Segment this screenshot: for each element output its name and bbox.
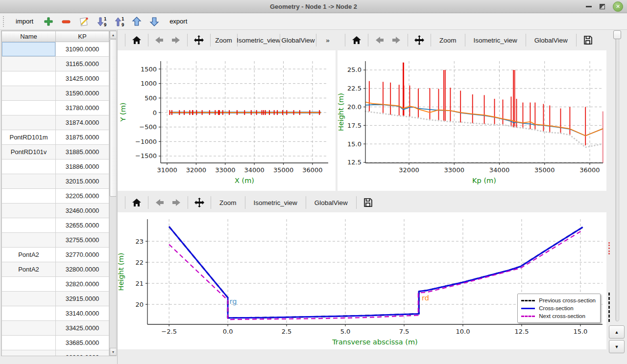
name-cell[interactable] bbox=[1, 57, 56, 71]
table-row[interactable]: 32755.0000 bbox=[1, 233, 109, 248]
kp-cell[interactable]: 32460.0000 bbox=[56, 204, 109, 218]
name-cell[interactable] bbox=[1, 233, 56, 248]
window-scrollbar-track[interactable] bbox=[615, 31, 619, 321]
name-cell[interactable]: PontRD101m bbox=[1, 130, 56, 145]
kp-cell[interactable]: 33685.0000 bbox=[56, 336, 109, 350]
kp-cell[interactable]: 32820.0000 bbox=[56, 277, 109, 292]
restore-button[interactable] bbox=[600, 4, 605, 9]
pan-button[interactable] bbox=[192, 195, 207, 210]
kp-cell[interactable]: 31886.0000 bbox=[56, 159, 109, 174]
kp-cell[interactable]: 31874.0000 bbox=[56, 115, 109, 130]
name-cell[interactable] bbox=[1, 86, 56, 101]
back-button[interactable] bbox=[372, 33, 387, 47]
table-row[interactable]: 32460.0000 bbox=[1, 204, 109, 218]
scroll-down-arrow-icon[interactable]: ▼ bbox=[110, 348, 117, 356]
name-cell[interactable] bbox=[1, 115, 56, 130]
move-down-button[interactable] bbox=[147, 15, 162, 28]
kp-cell[interactable]: 32015.0000 bbox=[56, 174, 109, 189]
sort-ascending-button[interactable]: 1 9 bbox=[112, 15, 126, 28]
remove-row-button[interactable] bbox=[59, 15, 73, 28]
name-cell[interactable] bbox=[1, 159, 56, 174]
name-cell[interactable]: PontA2 bbox=[1, 248, 56, 262]
forward-button[interactable] bbox=[168, 33, 184, 47]
kp-cell[interactable]: 33140.0000 bbox=[56, 306, 109, 321]
isometric-view-button[interactable]: Isometric_view bbox=[469, 33, 522, 47]
kp-cell[interactable]: 32800.0000 bbox=[56, 262, 109, 277]
table-row[interactable]: PontA232770.0000 bbox=[1, 248, 109, 262]
kp-cell[interactable]: 31425.0000 bbox=[56, 71, 109, 86]
zoom-button[interactable]: Zoom bbox=[215, 195, 241, 210]
save-button[interactable] bbox=[360, 195, 376, 210]
cross-section-chart[interactable]: −2.50.02.55.07.510.012.515.023222120Tran… bbox=[118, 212, 606, 349]
back-button[interactable] bbox=[151, 33, 167, 47]
global-view-button[interactable]: GlobalView bbox=[310, 195, 353, 210]
table-row[interactable]: 33425.0000 bbox=[1, 321, 109, 336]
forward-button[interactable] bbox=[388, 33, 404, 47]
kp-cell[interactable]: 31875.0000 bbox=[56, 130, 109, 145]
kp-cell[interactable]: 32915.0000 bbox=[56, 292, 109, 306]
scroll-up-button[interactable]: ▲ bbox=[609, 325, 625, 339]
zoom-button[interactable]: Zoom bbox=[434, 33, 461, 47]
minimize-button[interactable] bbox=[586, 6, 592, 7]
table-row[interactable]: 33685.0000 bbox=[1, 336, 109, 350]
name-cell[interactable] bbox=[1, 306, 56, 321]
kp-cell[interactable]: 31090.0000 bbox=[56, 42, 109, 57]
home-button[interactable] bbox=[129, 195, 145, 210]
table-row[interactable]: 32015.0000 bbox=[1, 174, 109, 189]
name-cell[interactable] bbox=[1, 71, 56, 86]
table-row[interactable]: 32205.0000 bbox=[1, 189, 109, 204]
name-cell[interactable] bbox=[1, 277, 56, 292]
scroll-up-arrow-icon[interactable]: ▲ bbox=[110, 31, 117, 39]
table-scrollbar-thumb[interactable] bbox=[110, 39, 117, 197]
home-button[interactable] bbox=[349, 33, 364, 47]
back-button[interactable] bbox=[152, 195, 168, 210]
table-scrollbar[interactable]: ▲ ▼ bbox=[109, 31, 116, 356]
table-row[interactable]: 31090.0000 bbox=[1, 42, 109, 57]
name-cell[interactable] bbox=[1, 218, 56, 233]
table-row[interactable]: 32655.0000 bbox=[1, 218, 109, 233]
name-cell[interactable] bbox=[1, 189, 56, 204]
kp-cell[interactable]: 33425.0000 bbox=[56, 321, 109, 336]
table-row[interactable]: 33140.0000 bbox=[1, 306, 109, 321]
toolbar-overflow-button[interactable]: » bbox=[320, 33, 336, 47]
zoom-button[interactable]: Zoom bbox=[214, 33, 233, 47]
kp-cell[interactable]: 33960.0000 bbox=[56, 350, 109, 356]
kp-cell[interactable]: 32205.0000 bbox=[56, 189, 109, 204]
name-cell[interactable] bbox=[1, 336, 56, 350]
kp-cell[interactable]: 32655.0000 bbox=[56, 218, 109, 233]
name-cell[interactable] bbox=[1, 174, 56, 189]
table-row[interactable]: 32820.0000 bbox=[1, 277, 109, 292]
move-up-button[interactable] bbox=[129, 15, 144, 28]
sort-descending-button[interactable]: 1 9 bbox=[94, 15, 109, 28]
window-scrollbar-thumb[interactable] bbox=[613, 30, 621, 39]
kp-cell[interactable]: 32770.0000 bbox=[56, 248, 109, 262]
table-row[interactable]: PontRD101m31875.0000 bbox=[1, 130, 109, 145]
name-cell[interactable]: PontRD101v bbox=[1, 145, 56, 159]
name-cell[interactable] bbox=[1, 321, 56, 336]
titlebar[interactable]: Geometry - Node 1 -> Node 2 ✕ bbox=[0, 0, 627, 13]
name-cell[interactable] bbox=[1, 292, 56, 306]
kp-cell[interactable]: 32755.0000 bbox=[56, 233, 109, 248]
add-row-button[interactable] bbox=[41, 15, 56, 28]
global-view-button[interactable]: GlobalView bbox=[283, 33, 313, 47]
profile-chart[interactable]: 320003300034000350003600025.022.520.017.… bbox=[338, 50, 606, 191]
table-row[interactable]: 33960.0000 bbox=[1, 350, 109, 356]
kp-cell[interactable]: 31590.0000 bbox=[56, 86, 109, 101]
name-cell[interactable] bbox=[1, 204, 56, 218]
table-row[interactable]: 31780.0000 bbox=[1, 101, 109, 115]
column-header-kp[interactable]: KP bbox=[56, 31, 109, 42]
table-row[interactable]: 31886.0000 bbox=[1, 159, 109, 174]
home-button[interactable] bbox=[129, 33, 145, 47]
table-row[interactable]: PontA232800.0000 bbox=[1, 262, 109, 277]
edit-row-button[interactable] bbox=[76, 15, 91, 28]
import-button[interactable]: import bbox=[11, 16, 38, 27]
kp-cell[interactable]: 31885.0000 bbox=[56, 145, 109, 159]
table-row[interactable]: 32915.0000 bbox=[1, 292, 109, 306]
table-row[interactable]: 31874.0000 bbox=[1, 115, 109, 130]
save-button[interactable] bbox=[580, 33, 596, 47]
table-row[interactable]: PontRD101v31885.0000 bbox=[1, 145, 109, 159]
pan-button[interactable] bbox=[191, 33, 207, 47]
name-cell[interactable]: PontA2 bbox=[1, 262, 56, 277]
export-button[interactable]: export bbox=[165, 16, 192, 27]
table-row[interactable]: 31590.0000 bbox=[1, 86, 109, 101]
